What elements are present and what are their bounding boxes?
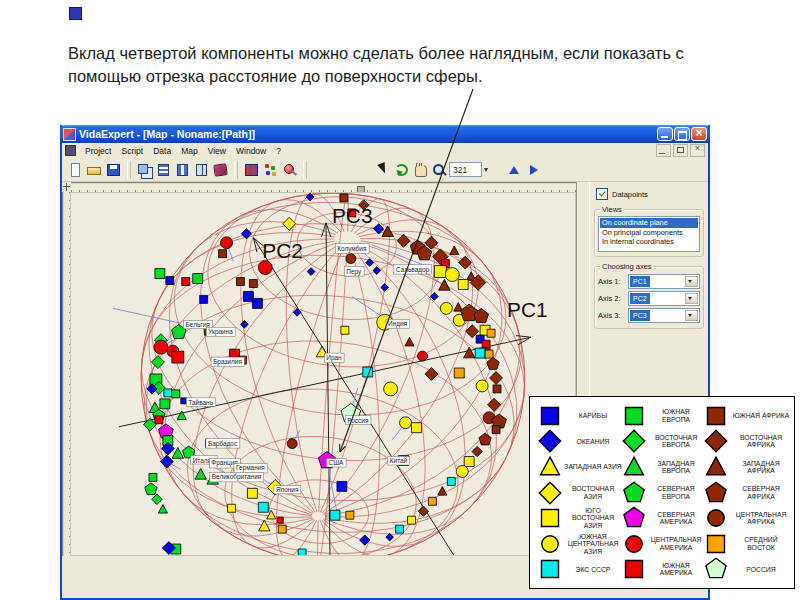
- datapoint[interactable]: [219, 250, 227, 258]
- datapoint[interactable]: [485, 350, 493, 358]
- scatter-icon[interactable]: [262, 162, 279, 178]
- datapoint[interactable]: [166, 277, 174, 285]
- datapoint[interactable]: [445, 268, 459, 282]
- mdi-restore-button[interactable]: [673, 144, 688, 157]
- datapoint[interactable]: [149, 473, 157, 481]
- datapoint[interactable]: [278, 525, 286, 533]
- menu-[interactable]: ?: [271, 146, 286, 156]
- datapoint[interactable]: [475, 348, 485, 358]
- datapoint[interactable]: [228, 504, 236, 512]
- datapoint[interactable]: [428, 497, 436, 505]
- datapoint[interactable]: [492, 426, 500, 434]
- datapoint[interactable]: [363, 367, 373, 377]
- datapoint[interactable]: [247, 488, 257, 498]
- datapoint[interactable]: [195, 468, 206, 479]
- windows-view-icon[interactable]: [193, 162, 210, 178]
- datapoint[interactable]: [277, 517, 283, 523]
- play-arrow-icon[interactable]: [525, 162, 542, 178]
- datapoint[interactable]: [440, 302, 452, 314]
- datapoint[interactable]: [330, 510, 340, 520]
- pushpin-icon[interactable]: [281, 162, 298, 178]
- menu-project[interactable]: Project: [80, 146, 116, 156]
- datapoint[interactable]: [160, 399, 170, 409]
- datapoint[interactable]: [155, 269, 165, 279]
- datapoint[interactable]: [408, 516, 416, 524]
- table-icon[interactable]: [243, 162, 260, 178]
- datapoint[interactable]: [152, 494, 162, 504]
- zoom-value-box[interactable]: 321: [449, 162, 482, 177]
- datapoint[interactable]: [193, 274, 203, 284]
- datapoint[interactable]: [258, 261, 272, 275]
- datapoint[interactable]: [417, 351, 427, 361]
- datapoint[interactable]: [160, 455, 173, 468]
- datapoint[interactable]: [464, 457, 474, 467]
- mdi-close-button[interactable]: [690, 144, 705, 157]
- book-icon[interactable]: [212, 162, 229, 178]
- datapoint[interactable]: [434, 266, 446, 278]
- datapoint[interactable]: [479, 433, 491, 445]
- zoom-dropdown-icon[interactable]: [482, 162, 491, 177]
- datapoint[interactable]: [158, 504, 167, 513]
- axis-2-combobox[interactable]: PC2: [628, 291, 700, 306]
- datapoint[interactable]: [397, 234, 410, 247]
- datapoints-checkbox[interactable]: [596, 188, 608, 200]
- datapoint[interactable]: [200, 295, 208, 303]
- datapoint[interactable]: [490, 372, 503, 385]
- datapoint[interactable]: [458, 280, 468, 290]
- save-icon[interactable]: [105, 162, 122, 178]
- menu-window[interactable]: Window: [231, 146, 271, 156]
- datapoint[interactable]: [447, 477, 455, 485]
- datapoint[interactable]: [172, 390, 180, 398]
- datapoint[interactable]: [249, 280, 257, 288]
- datapoint[interactable]: [418, 506, 428, 516]
- axis-1-combobox[interactable]: PC1: [628, 274, 700, 289]
- menu-view[interactable]: View: [203, 146, 231, 156]
- datapoint[interactable]: [405, 337, 414, 346]
- datapoint[interactable]: [384, 382, 398, 396]
- datapoint[interactable]: [493, 385, 501, 393]
- datapoint[interactable]: [488, 398, 501, 411]
- datapoint[interactable]: [307, 268, 315, 276]
- datapoint[interactable]: [476, 380, 488, 392]
- new-doc-icon[interactable]: [67, 162, 84, 178]
- pan-hand-icon[interactable]: [412, 162, 429, 178]
- datapoint[interactable]: [463, 347, 474, 358]
- open-folder-icon[interactable]: [86, 162, 103, 178]
- datapoint[interactable]: [258, 502, 268, 512]
- datapoint[interactable]: [487, 358, 499, 370]
- datapoint[interactable]: [155, 416, 163, 424]
- minimize-button[interactable]: [657, 127, 673, 141]
- close-button[interactable]: [691, 127, 707, 141]
- datapoint[interactable]: [396, 525, 404, 533]
- datapoint[interactable]: [381, 284, 389, 292]
- datapoint[interactable]: [283, 217, 296, 230]
- cascade-icon[interactable]: [136, 162, 153, 178]
- datapoint[interactable]: [472, 446, 482, 456]
- datapoint[interactable]: [439, 280, 450, 291]
- list-view-icon[interactable]: [155, 162, 172, 178]
- axis-3-combobox[interactable]: PC3: [628, 308, 700, 323]
- datapoint[interactable]: [382, 226, 393, 237]
- datapoint[interactable]: [298, 549, 306, 556]
- datapoint[interactable]: [164, 389, 172, 397]
- datapoint[interactable]: [431, 293, 439, 301]
- up-arrow-icon[interactable]: [506, 162, 523, 178]
- menu-map[interactable]: Map: [176, 146, 203, 156]
- datapoint[interactable]: [341, 326, 349, 334]
- datapoint[interactable]: [454, 368, 464, 378]
- rotate-icon[interactable]: [393, 162, 410, 178]
- mdi-minimize-button[interactable]: [656, 144, 671, 157]
- datapoint[interactable]: [182, 278, 190, 286]
- datapoint[interactable]: [337, 481, 347, 491]
- move-cross-icon[interactable]: [62, 182, 71, 192]
- axis-3-dropdown-icon[interactable]: [685, 310, 698, 321]
- datapoint[interactable]: [425, 368, 438, 381]
- axis-2-dropdown-icon[interactable]: [685, 293, 698, 304]
- datapoint[interactable]: [438, 487, 447, 496]
- datapoint[interactable]: [412, 423, 422, 433]
- datapoint[interactable]: [151, 356, 164, 369]
- datapoint[interactable]: [287, 439, 297, 449]
- menu-script[interactable]: Script: [116, 146, 148, 156]
- columns-view-icon[interactable]: [174, 162, 191, 178]
- views-listbox[interactable]: On coordinate planeOn principal componen…: [598, 216, 700, 252]
